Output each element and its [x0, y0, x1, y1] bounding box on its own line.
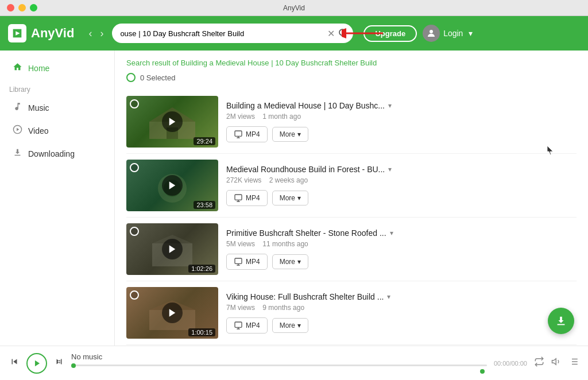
- mp4-button-3[interactable]: MP4: [226, 254, 268, 270]
- mp4-button-2[interactable]: MP4: [226, 190, 268, 206]
- login-area[interactable]: Login: [423, 25, 463, 42]
- play-overlay-3[interactable]: [162, 239, 183, 259]
- expand-icon-1[interactable]: ▾: [388, 102, 392, 110]
- next-button[interactable]: [54, 356, 64, 370]
- play-overlay-4[interactable]: [162, 303, 183, 323]
- window-title: AnyVid: [283, 4, 305, 12]
- mp4-button-4[interactable]: MP4: [226, 317, 268, 334]
- select-circle-4[interactable]: [130, 290, 139, 300]
- sidebar-music-label: Music: [28, 103, 49, 113]
- progress-dot: [71, 363, 76, 368]
- close-button[interactable]: [7, 4, 14, 11]
- select-circle-3[interactable]: [130, 227, 139, 236]
- logo-text: AnyVid: [31, 26, 74, 41]
- more-button-3[interactable]: More ▾: [272, 254, 308, 269]
- playlist-button[interactable]: [568, 356, 579, 370]
- video-title-1: Building a Medieval House | 10 Day Bushc…: [226, 101, 577, 110]
- video-card-4: 1:00:15 Viking House: Full Bushcraft She…: [126, 281, 577, 345]
- minimize-button[interactable]: [18, 4, 26, 11]
- sidebar-video-label: Video: [28, 126, 49, 135]
- nav-forward-button[interactable]: ›: [97, 26, 106, 41]
- video-meta-4: 7M views 9 months ago: [226, 304, 577, 312]
- svg-point-4: [430, 30, 433, 33]
- sidebar-downloading-label: Downloading: [28, 149, 75, 158]
- duration-badge-4: 1:00:15: [188, 328, 215, 336]
- svg-marker-22: [169, 309, 176, 317]
- more-chevron-2: ▾: [297, 194, 301, 202]
- window-controls[interactable]: [7, 4, 37, 11]
- home-icon: [13, 62, 22, 74]
- select-circle-1[interactable]: [130, 99, 139, 108]
- dropdown-arrow-icon[interactable]: ▾: [469, 29, 473, 38]
- video-info-2: Medieval Roundhouse Build in Forest - BU…: [226, 165, 577, 206]
- video-actions-2: MP4 More ▾: [226, 190, 577, 206]
- video-title-3: Primitive Bushcraft Shelter - Stone Roof…: [226, 228, 577, 238]
- video-meta-1: 2M views 1 month ago: [226, 113, 577, 121]
- svg-rect-11: [235, 131, 242, 136]
- search-clear-button[interactable]: ✕: [327, 28, 335, 39]
- svg-marker-14: [169, 181, 176, 189]
- play-overlay-1[interactable]: [162, 111, 183, 132]
- download-fab-button[interactable]: [548, 308, 574, 334]
- play-overlay-2[interactable]: [162, 175, 183, 196]
- sidebar: Home Library Music Video Downloading: [0, 51, 115, 346]
- video-meta-2: 272K views 2 weeks ago: [226, 176, 577, 184]
- sidebar-item-video[interactable]: Video: [3, 119, 111, 142]
- expand-icon-4[interactable]: ▾: [387, 293, 390, 301]
- thumbnail-3: 1:02:26: [126, 223, 218, 275]
- search-result-header: Search result of Building a Medieval Hou…: [126, 59, 577, 67]
- login-label[interactable]: Login: [443, 29, 463, 38]
- maximize-button[interactable]: [30, 4, 37, 11]
- video-actions-1: MP4 More ▾: [226, 126, 577, 142]
- track-name: No music: [71, 352, 102, 361]
- red-arrow-indicator: [342, 25, 388, 42]
- search-input[interactable]: [120, 29, 324, 38]
- nav-back-button[interactable]: ‹: [86, 26, 95, 41]
- library-section-label: Library: [0, 80, 114, 96]
- more-button-2[interactable]: More ▾: [272, 191, 308, 205]
- video-actions-4: MP4 More ▾: [226, 317, 577, 334]
- more-chevron-4: ▾: [297, 321, 301, 329]
- duration-badge-2: 23:58: [194, 201, 215, 209]
- selected-circle-icon: [126, 73, 136, 82]
- more-button-4[interactable]: More ▾: [272, 318, 308, 333]
- logo-icon: [8, 24, 26, 42]
- video-card-1: 29:24 Building a Medieval House | 10 Day…: [126, 90, 577, 154]
- play-pause-button[interactable]: [26, 353, 47, 374]
- player-controls: [9, 353, 64, 374]
- svg-rect-25: [61, 359, 62, 365]
- bottom-player: No music 00:00/00:00: [0, 346, 588, 380]
- svg-marker-18: [169, 245, 176, 253]
- selected-row: 0 Selected: [126, 73, 577, 82]
- content-area: Search result of Building a Medieval Hou…: [115, 51, 588, 346]
- nav-arrows[interactable]: ‹ ›: [86, 26, 106, 41]
- sidebar-item-music[interactable]: Music: [3, 96, 111, 119]
- thumbnail-1: 29:24: [126, 96, 218, 148]
- mp4-button-1[interactable]: MP4: [226, 126, 268, 142]
- svg-marker-26: [552, 359, 556, 365]
- expand-icon-3[interactable]: ▾: [390, 229, 393, 237]
- search-wrapper: ✕: [112, 24, 353, 43]
- svg-marker-24: [35, 360, 40, 366]
- repeat-button[interactable]: [534, 356, 544, 370]
- sidebar-item-downloading[interactable]: Downloading: [3, 142, 111, 165]
- more-button-1[interactable]: More ▾: [272, 127, 308, 142]
- prev-button[interactable]: [9, 356, 20, 370]
- track-info: No music: [71, 352, 487, 374]
- sidebar-item-home[interactable]: Home: [3, 57, 111, 79]
- video-card-2: 23:58 Medieval Roundhouse Build in Fores…: [126, 154, 577, 218]
- music-icon: [13, 102, 22, 114]
- video-title-4: Viking House: Full Bushcraft Shelter Bui…: [226, 292, 577, 301]
- volume-button[interactable]: [551, 356, 562, 370]
- search-result-query: Building a Medieval House | 10 Day Bushc…: [181, 59, 377, 67]
- duration-badge-1: 29:24: [194, 137, 215, 145]
- video-info-4: Viking House: Full Bushcraft Shelter Bui…: [226, 292, 577, 334]
- top-nav: AnyVid ‹ › ✕ Upgrade: [0, 16, 588, 51]
- video-info-1: Building a Medieval House | 10 Day Bushc…: [226, 101, 577, 142]
- more-chevron-1: ▾: [297, 130, 301, 138]
- progress-bar[interactable]: [71, 365, 487, 366]
- video-info-3: Primitive Bushcraft Shelter - Stone Roof…: [226, 228, 577, 270]
- thumbnail-2: 23:58: [126, 160, 218, 211]
- expand-icon-2[interactable]: ▾: [388, 165, 392, 173]
- select-circle-2[interactable]: [130, 163, 139, 172]
